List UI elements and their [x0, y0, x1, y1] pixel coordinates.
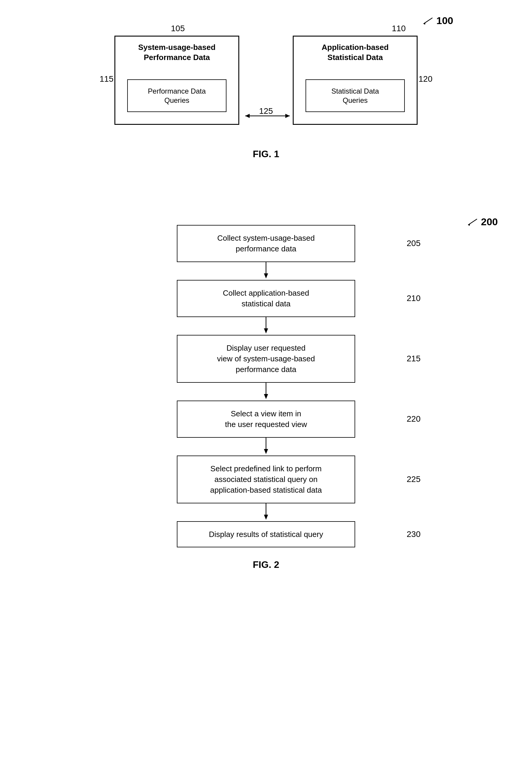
- ref-115-label: 115: [100, 74, 114, 84]
- box-225-line3: application-based statistical data: [210, 486, 322, 495]
- ref-120-label: 120: [418, 74, 432, 84]
- svg-marker-3: [245, 114, 250, 118]
- svg-marker-8: [264, 273, 268, 278]
- svg-marker-14: [264, 449, 268, 454]
- ref-220: 220: [407, 414, 420, 424]
- flow-step-205: Collect system-usage-based performance d…: [147, 225, 385, 262]
- stat-queries-label: Statistical Data Queries: [332, 87, 379, 105]
- ref-200: 200: [467, 216, 498, 228]
- ref-205: 205: [407, 239, 420, 248]
- box-210-line1: Collect application-based: [223, 288, 309, 297]
- performance-queries-box: Performance Data Queries: [127, 79, 226, 112]
- ref-230: 230: [407, 530, 420, 539]
- box-210: Collect application-based statistical da…: [177, 280, 355, 317]
- fig1-diagram: 105 110 System-usage-based Performance D…: [102, 18, 430, 143]
- right-box-title: Application-based Statistical Data: [294, 42, 417, 63]
- box-220: Select a view item in the user requested…: [177, 401, 355, 438]
- box-220-line1: Select a view item in: [231, 409, 301, 418]
- flow-step-225: Select predefined link to perform associ…: [147, 456, 385, 503]
- arrow-215-220: [260, 383, 272, 401]
- flowchart: Collect system-usage-based performance d…: [147, 225, 385, 547]
- box-205-line1: Collect system-usage-based: [217, 233, 315, 243]
- flow-step-230: Display results of statistical query 230: [147, 521, 385, 547]
- box-230-line1: Display results of statistical query: [209, 530, 323, 539]
- box-215-line1: Display user requested: [226, 344, 306, 352]
- svg-marker-4: [285, 114, 290, 118]
- box-210-line2: statistical data: [242, 299, 291, 308]
- fig1-caption: FIG. 1: [24, 149, 508, 160]
- right-main-box: Application-based Statistical Data Stati…: [293, 36, 417, 125]
- fig2-caption: FIG. 2: [24, 559, 508, 570]
- box-215: Display user requested view of system-us…: [177, 335, 355, 383]
- ref-105-label: 105: [171, 24, 185, 33]
- svg-marker-10: [264, 328, 268, 334]
- box-225: Select predefined link to perform associ…: [177, 456, 355, 503]
- svg-marker-12: [264, 394, 268, 399]
- arrow-205-210: [260, 262, 272, 280]
- box-215-line2: view of system-usage-based: [217, 354, 315, 363]
- flow-step-220: Select a view item in the user requested…: [147, 401, 385, 438]
- page-container: 100 105 110 System-usage-based Performan…: [0, 0, 532, 783]
- ref-125-label: 125: [259, 106, 273, 116]
- arrow-210-215: [260, 317, 272, 335]
- ref-110-label: 110: [392, 24, 406, 33]
- box-230: Display results of statistical query: [177, 521, 355, 547]
- box-215-line3: performance data: [236, 365, 296, 374]
- left-box-title: System-usage-based Performance Data: [115, 42, 238, 63]
- box-205-line2: performance data: [236, 244, 296, 253]
- box-225-line1: Select predefined link to perform: [211, 464, 321, 473]
- perf-queries-label: Performance Data Queries: [148, 87, 206, 105]
- box-220-line2: the user requested view: [225, 420, 307, 429]
- box-205: Collect system-usage-based performance d…: [177, 225, 355, 262]
- statistical-queries-box: Statistical Data Queries: [306, 79, 405, 112]
- fig1-section: 100 105 110 System-usage-based Performan…: [24, 18, 508, 160]
- flow-step-215: Display user requested view of system-us…: [147, 335, 385, 383]
- arrow-225-230: [260, 503, 272, 521]
- ref-225: 225: [407, 475, 420, 484]
- ref-215: 215: [407, 354, 420, 364]
- box-225-line2: associated statistical query on: [215, 475, 318, 484]
- arrow-220-225: [260, 438, 272, 456]
- left-main-box: System-usage-based Performance Data Perf…: [115, 36, 239, 125]
- svg-marker-16: [264, 515, 268, 520]
- fig2-section: 200 Collect system-usage-based performan…: [24, 225, 508, 570]
- flow-step-210: Collect application-based statistical da…: [147, 280, 385, 317]
- ref-210: 210: [407, 293, 420, 303]
